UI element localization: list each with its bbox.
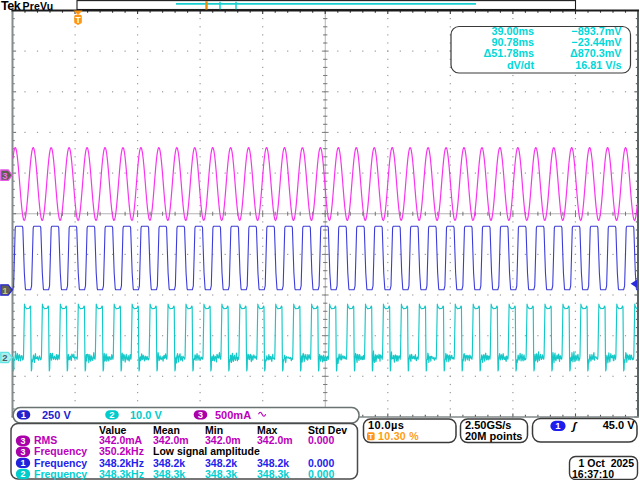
- svg-text:500mA: 500mA: [215, 409, 251, 421]
- svg-text:1: 1: [21, 409, 27, 420]
- svg-text:342.0m: 342.0m: [257, 434, 293, 446]
- svg-text:16.81 V/s: 16.81 V/s: [575, 59, 621, 71]
- svg-text:1: 1: [2, 285, 8, 296]
- svg-text:Δ870.3mV: Δ870.3mV: [570, 47, 622, 59]
- svg-text:10.0 V: 10.0 V: [130, 409, 162, 421]
- svg-text:2.50GS/s: 2.50GS/s: [465, 419, 511, 431]
- svg-text:3: 3: [20, 436, 25, 446]
- svg-text:0.000: 0.000: [308, 468, 334, 480]
- svg-text:3: 3: [20, 447, 25, 457]
- svg-text:Δ51.78ms: Δ51.78ms: [484, 47, 534, 59]
- svg-text:1: 1: [20, 458, 25, 468]
- svg-text:90.78ms: 90.78ms: [491, 36, 534, 48]
- svg-text:PreVu: PreVu: [23, 0, 54, 12]
- svg-text:2: 2: [2, 352, 7, 363]
- svg-text:1: 1: [555, 420, 561, 431]
- svg-text:T: T: [75, 15, 81, 25]
- svg-text:20M points: 20M points: [465, 430, 522, 442]
- svg-text:348.3k: 348.3k: [257, 468, 289, 480]
- svg-text:2: 2: [109, 409, 114, 420]
- svg-text:250 V: 250 V: [42, 409, 71, 421]
- svg-text:16:37:10: 16:37:10: [572, 468, 614, 480]
- svg-text:45.0 V: 45.0 V: [603, 419, 635, 431]
- svg-text:3: 3: [198, 409, 203, 420]
- svg-text:10.0µs: 10.0µs: [368, 419, 404, 431]
- svg-text:−23.44mV: −23.44mV: [571, 36, 622, 48]
- svg-text:Tek: Tek: [1, 0, 21, 13]
- svg-text:348.3k: 348.3k: [153, 468, 185, 480]
- svg-text:2: 2: [20, 469, 25, 479]
- svg-text:0.000: 0.000: [308, 434, 334, 446]
- svg-text:dV/dt: dV/dt: [507, 59, 534, 71]
- svg-text:39.00ms: 39.00ms: [491, 25, 534, 37]
- svg-text:348.3k: 348.3k: [205, 468, 237, 480]
- svg-text:−893.7mV: −893.7mV: [571, 25, 622, 37]
- svg-text:3: 3: [2, 170, 7, 181]
- svg-text:T: T: [369, 432, 374, 441]
- svg-text:10.30 %: 10.30 %: [378, 430, 419, 442]
- svg-text:348.3kHz: 348.3kHz: [99, 468, 144, 480]
- svg-text:Frequency: Frequency: [34, 468, 87, 480]
